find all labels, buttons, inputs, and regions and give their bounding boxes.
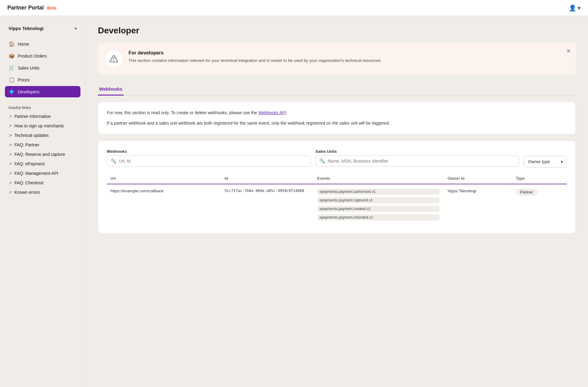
sidebar-item-developers[interactable]: 💠Developers	[5, 86, 80, 97]
page-title: Developer	[98, 26, 576, 36]
warning-icon	[110, 54, 118, 63]
webhooks-search-input[interactable]	[119, 159, 307, 163]
link-item-known-errors[interactable]: ↗Known errors	[5, 188, 80, 197]
banner-close-button[interactable]: ✕	[566, 48, 571, 54]
user-icon: 👤	[569, 4, 576, 12]
sales-units-search-input[interactable]	[328, 159, 515, 163]
link-item-faq-partner[interactable]: ↗FAQ: Partner	[5, 140, 80, 149]
webhooks-api-link[interactable]: Webhooks API	[258, 110, 286, 115]
webhook-info-line1: For now, this section is read only. To c…	[107, 109, 567, 116]
main-nav: 🏠Home📦Product Orders🛒Sales Units📋Prices💠…	[5, 38, 80, 97]
sidebar-item-product-orders[interactable]: 📦Product Orders	[5, 50, 80, 62]
tab-webhooks[interactable]: Webhooks	[98, 83, 124, 96]
chevron-down-icon: ▾	[561, 159, 563, 164]
brand-title: Partner Portal Beta	[7, 5, 56, 11]
external-link-icon: ↗	[9, 190, 12, 195]
webhooks-filter-group: Webhooks 🔍	[107, 149, 311, 167]
table-row: https://example.com/callback5cc727ac-7b0…	[107, 184, 567, 226]
table-body: https://example.com/callback5cc727ac-7b0…	[107, 184, 567, 226]
sidebar-item-home[interactable]: 🏠Home	[5, 38, 80, 50]
webhooks-filter-label: Webhooks	[107, 149, 311, 154]
owner-type-filter-group: Owner type ▾	[524, 148, 567, 167]
link-label-how-to-sign-up: How to sign up merchants	[14, 123, 64, 128]
link-item-partner-info[interactable]: ↗Partner information	[5, 112, 80, 121]
cell-url: https://example.com/callback	[107, 184, 221, 226]
nav-icon-home: 🏠	[9, 41, 15, 47]
banner-text: This section contains information releva…	[128, 58, 381, 64]
event-badge: epayments.payment.created.v1	[317, 206, 440, 212]
link-label-known-errors: Known errors	[14, 190, 40, 195]
main-content: Developer For developers This section co…	[86, 16, 588, 387]
external-link-icon: ↗	[9, 162, 12, 166]
nav-icon-sales-units: 🛒	[9, 65, 15, 71]
event-badge: epayments.payment.refunded.v1	[317, 214, 440, 220]
col-header-events: Events	[314, 174, 444, 184]
owner-type-label: Owner type	[528, 159, 550, 164]
user-menu-button[interactable]: 👤 ▾	[569, 4, 581, 12]
table-header: UrlIdEventsOwner IdType	[107, 174, 567, 184]
link-label-faq-epayment: FAQ: ePayment	[14, 161, 45, 166]
link-label-faq-mgmt-api: FAQ: Management API	[14, 171, 58, 176]
external-link-icon: ↗	[9, 124, 12, 128]
search-icon-2: 🔍	[319, 158, 325, 164]
webhooks-table-wrap: UrlIdEventsOwner IdType https://example.…	[107, 174, 567, 226]
link-item-how-to-sign-up[interactable]: ↗How to sign up merchants	[5, 121, 80, 130]
webhooks-search-wrap: 🔍	[107, 156, 311, 167]
type-badge: Partner	[516, 189, 538, 196]
sales-units-filter-group: Sales Units 🔍	[315, 149, 519, 167]
external-link-icon: ↗	[9, 143, 12, 147]
owner-type-dropdown[interactable]: Owner type ▾	[524, 156, 567, 167]
nav-label-prices: Prices	[18, 77, 30, 82]
webhooks-table: UrlIdEventsOwner IdType https://example.…	[107, 174, 567, 226]
link-item-faq-mgmt-api[interactable]: ↗FAQ: Management API	[5, 169, 80, 178]
external-link-icon: ↗	[9, 181, 12, 185]
sales-units-filter-label: Sales Units	[315, 149, 519, 154]
nav-label-sales-units: Sales Units	[18, 66, 39, 70]
cell-owner-id: Vipps Teknologi	[444, 184, 512, 226]
org-name: Vipps Teknologi	[9, 26, 43, 31]
chevron-down-icon: ▾	[75, 26, 77, 31]
chevron-down-icon: ▾	[578, 4, 581, 12]
nav-icon-developers: 💠	[9, 89, 15, 95]
col-header-type: Type	[512, 174, 567, 184]
link-label-technical-updates: Technical updates	[14, 133, 49, 138]
link-label-faq-reserve: FAQ: Reserve and capture	[14, 152, 65, 157]
external-link-icon: ↗	[9, 152, 12, 157]
banner-content: For developers This section contains inf…	[128, 50, 381, 64]
sidebar-item-sales-units[interactable]: 🛒Sales Units	[5, 62, 80, 73]
topbar: Partner Portal Beta 👤 ▾	[0, 0, 588, 16]
cell-id: 5cc727ac-7b0a-40de-a05c-4959c9f140b8	[221, 184, 314, 226]
nav-icon-product-orders: 📦	[9, 53, 15, 59]
external-link-icon: ↗	[9, 114, 12, 119]
col-header-url: Url	[107, 174, 221, 184]
event-badge: epayments.payment.authorized.v1	[317, 189, 440, 195]
nav-label-developers: Developers	[18, 89, 39, 94]
webhook-info-line2: If a partner webhook and a sales unit we…	[107, 120, 567, 126]
link-label-faq-partner: FAQ: Partner	[14, 142, 39, 147]
col-header-id: Id	[221, 174, 314, 184]
banner-icon-wrap	[105, 50, 122, 67]
col-header-owner-id: Owner Id	[444, 174, 512, 184]
cell-type: Partner	[512, 184, 567, 226]
sidebar-item-prices[interactable]: 📋Prices	[5, 74, 80, 85]
topbar-right: 👤 ▾	[569, 4, 581, 12]
webhooks-table-section: Webhooks 🔍 Sales Units 🔍	[98, 141, 576, 234]
banner-title: For developers	[128, 50, 381, 56]
useful-links-label: Useful links	[5, 103, 80, 112]
org-selector[interactable]: Vipps Teknologi ▾	[5, 23, 80, 33]
link-item-faq-epayment[interactable]: ↗FAQ: ePayment	[5, 159, 80, 168]
filters-row: Webhooks 🔍 Sales Units 🔍	[107, 148, 567, 167]
link-label-partner-info: Partner information	[14, 114, 51, 119]
nav-label-product-orders: Product Orders	[18, 54, 47, 58]
webhook-info-box: For now, this section is read only. To c…	[98, 102, 576, 134]
link-item-faq-reserve[interactable]: ↗FAQ: Reserve and capture	[5, 150, 80, 159]
external-link-icon: ↗	[9, 133, 12, 138]
link-item-faq-checkout[interactable]: ↗FAQ: Checkout	[5, 178, 80, 187]
search-icon: 🔍	[111, 158, 117, 164]
link-label-faq-checkout: FAQ: Checkout	[14, 180, 43, 185]
sidebar: Vipps Teknologi ▾ 🏠Home📦Product Orders🛒S…	[0, 16, 86, 387]
cell-events: epayments.payment.authorized.v1epayments…	[314, 184, 444, 226]
external-link-icon: ↗	[9, 171, 12, 176]
tabs-row: Webhooks	[98, 83, 576, 96]
link-item-technical-updates[interactable]: ↗Technical updates	[5, 131, 80, 140]
